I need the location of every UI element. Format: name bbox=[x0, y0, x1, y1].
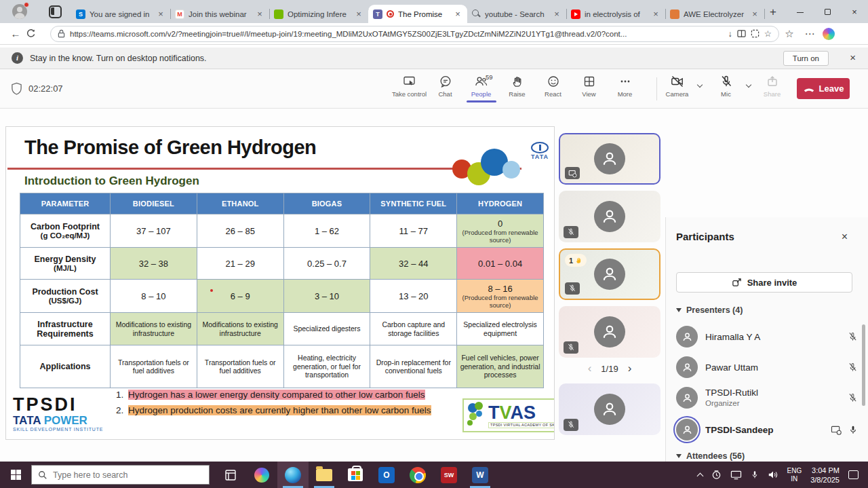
collapse-triangle-icon bbox=[676, 454, 682, 458]
minimize-button[interactable] bbox=[787, 7, 814, 17]
notification-bar: i Stay in the know. Turn on desktop noti… bbox=[0, 48, 868, 69]
view-grid-icon bbox=[583, 75, 596, 88]
share-button[interactable]: Share bbox=[754, 75, 790, 98]
taskbar-word-button[interactable]: W bbox=[465, 462, 496, 488]
favorites-bar-icon[interactable]: ☆ bbox=[779, 28, 800, 40]
leave-button[interactable]: Leave bbox=[797, 78, 850, 99]
tray-expand-icon[interactable] bbox=[696, 473, 703, 480]
refresh-icon[interactable] bbox=[26, 29, 46, 39]
tab-optimizing[interactable]: Optimizing Infere × bbox=[269, 5, 368, 23]
people-button[interactable]: 59 People bbox=[463, 75, 499, 98]
participant-row[interactable]: Pawar Uttam bbox=[676, 354, 858, 381]
tab-signed-in[interactable]: S You are signed in × bbox=[71, 5, 170, 23]
close-button[interactable]: × bbox=[841, 7, 868, 17]
panel-scrollbar[interactable] bbox=[862, 324, 865, 406]
mic-chevron-icon[interactable] bbox=[746, 82, 751, 88]
mic-button[interactable]: Mic bbox=[708, 75, 744, 98]
mic-muted-icon bbox=[848, 362, 858, 373]
taskbar-chrome-button[interactable] bbox=[402, 462, 433, 488]
avatar bbox=[676, 356, 698, 378]
favorite-star-icon[interactable]: ☆ bbox=[764, 29, 772, 39]
video-tile-hand-raised[interactable]: 1 bbox=[559, 248, 660, 300]
action-center-icon[interactable] bbox=[848, 470, 859, 479]
presenters-section-header[interactable]: Presenters (4) bbox=[676, 305, 743, 315]
taskbar-solidworks-button[interactable]: SW bbox=[433, 462, 465, 488]
page-next-icon[interactable]: › bbox=[628, 362, 632, 375]
participant-row[interactable]: Hiramalla Y A bbox=[676, 323, 858, 350]
raise-hand-button[interactable]: Raise bbox=[499, 75, 535, 98]
taskbar: O SW W ENG IN 3:04 PM 3/8/2025 bbox=[0, 462, 868, 488]
tab-close-icon[interactable]: × bbox=[552, 9, 561, 19]
tab-close-icon[interactable]: × bbox=[354, 9, 363, 19]
tray-volume-icon[interactable] bbox=[768, 470, 778, 480]
table-row: Infrastructure Requirements Modification… bbox=[20, 313, 544, 345]
turn-on-button[interactable]: Turn on bbox=[783, 51, 829, 66]
settings-more-icon[interactable]: ⋯ bbox=[800, 28, 820, 40]
share-invite-button[interactable]: Share invite bbox=[676, 272, 852, 293]
view-button[interactable]: View bbox=[571, 75, 607, 98]
more-button[interactable]: More bbox=[607, 75, 643, 98]
language-indicator[interactable]: ENG IN bbox=[787, 467, 802, 483]
camera-chevron-icon[interactable] bbox=[697, 82, 703, 88]
taskbar-copilot-button[interactable] bbox=[246, 462, 277, 488]
raise-hand-icon bbox=[511, 75, 524, 88]
participant-row[interactable]: TPSDI-RutiklOrganizer bbox=[676, 384, 858, 411]
video-tile-presenting[interactable] bbox=[559, 133, 660, 185]
download-icon[interactable]: ↓ bbox=[728, 29, 732, 39]
tab-youtube-search[interactable]: youtube - Search × bbox=[467, 5, 566, 23]
tray-mic-icon[interactable] bbox=[751, 470, 759, 480]
collapse-triangle-icon bbox=[676, 308, 682, 312]
camera-button[interactable]: Camera bbox=[659, 75, 695, 98]
tab-webinar[interactable]: M Join this webinar × bbox=[170, 5, 269, 23]
video-tile[interactable] bbox=[559, 191, 660, 242]
task-view-button[interactable] bbox=[215, 462, 246, 488]
tvas-logo: TVAS TPSDI VIRTUAL ACADEMY OF SKILLS bbox=[462, 398, 555, 432]
tab-close-icon[interactable]: × bbox=[750, 9, 760, 19]
tab-close-icon[interactable]: × bbox=[651, 9, 660, 19]
chat-button[interactable]: Chat bbox=[427, 75, 463, 98]
browser-profile-button[interactable] bbox=[9, 0, 30, 23]
taskbar-search[interactable] bbox=[31, 465, 210, 485]
taskbar-store-button[interactable] bbox=[340, 462, 371, 488]
web-capture-icon[interactable] bbox=[751, 29, 760, 38]
start-button[interactable] bbox=[0, 470, 31, 480]
attendees-section-header[interactable]: Attendees (56) bbox=[676, 451, 745, 461]
tab-awe-electrolyzer[interactable]: AWE Electrolyzer × bbox=[665, 5, 764, 23]
tray-display-icon[interactable] bbox=[730, 470, 742, 480]
tab-close-icon[interactable]: × bbox=[453, 9, 462, 19]
info-icon: i bbox=[12, 52, 23, 64]
react-button[interactable]: React bbox=[535, 75, 571, 98]
tab-close-icon[interactable]: × bbox=[255, 9, 264, 19]
search-input[interactable] bbox=[53, 470, 189, 480]
maximize-button[interactable] bbox=[814, 7, 841, 17]
page-prev-icon[interactable]: ‹ bbox=[588, 362, 592, 375]
title-divider bbox=[7, 168, 521, 170]
participant-row[interactable]: TPSDI-Sandeep bbox=[676, 416, 858, 443]
copilot-icon[interactable] bbox=[823, 28, 835, 40]
take-control-button[interactable]: Take control bbox=[391, 75, 427, 98]
share-invite-icon bbox=[732, 278, 742, 288]
split-screen-icon[interactable] bbox=[737, 29, 746, 38]
taskbar-outlook-button[interactable]: O bbox=[371, 462, 402, 488]
tab-the-promise-active[interactable]: T The Promise × bbox=[368, 5, 467, 23]
url-field[interactable]: https://teams.microsoft.com/v2/?meetingj… bbox=[50, 26, 779, 42]
video-tile[interactable] bbox=[559, 383, 660, 435]
tray-clock-icon[interactable] bbox=[711, 470, 722, 480]
video-tile[interactable] bbox=[559, 306, 660, 358]
more-dots-icon bbox=[618, 75, 632, 88]
taskbar-clock[interactable]: 3:04 PM 3/8/2025 bbox=[810, 466, 840, 485]
note-item: 2. Hydrogen production costs are current… bbox=[116, 404, 462, 417]
taskbar-edge-button[interactable] bbox=[277, 462, 309, 488]
tab-electrolysis[interactable]: in electrolysis of × bbox=[566, 5, 665, 23]
panel-close-icon[interactable]: × bbox=[842, 231, 848, 243]
notification-close-icon[interactable]: × bbox=[850, 52, 856, 63]
new-tab-button[interactable]: + bbox=[770, 5, 776, 19]
window-controls: × bbox=[787, 0, 868, 23]
react-smiley-icon bbox=[547, 75, 560, 88]
screen: S You are signed in × M Join this webina… bbox=[0, 0, 868, 488]
workspaces-icon[interactable] bbox=[49, 5, 62, 18]
back-icon[interactable]: ← bbox=[5, 28, 26, 39]
taskbar-explorer-button[interactable] bbox=[309, 462, 340, 488]
tab-close-icon[interactable]: × bbox=[156, 9, 165, 19]
participant-role: Organizer bbox=[705, 399, 740, 407]
